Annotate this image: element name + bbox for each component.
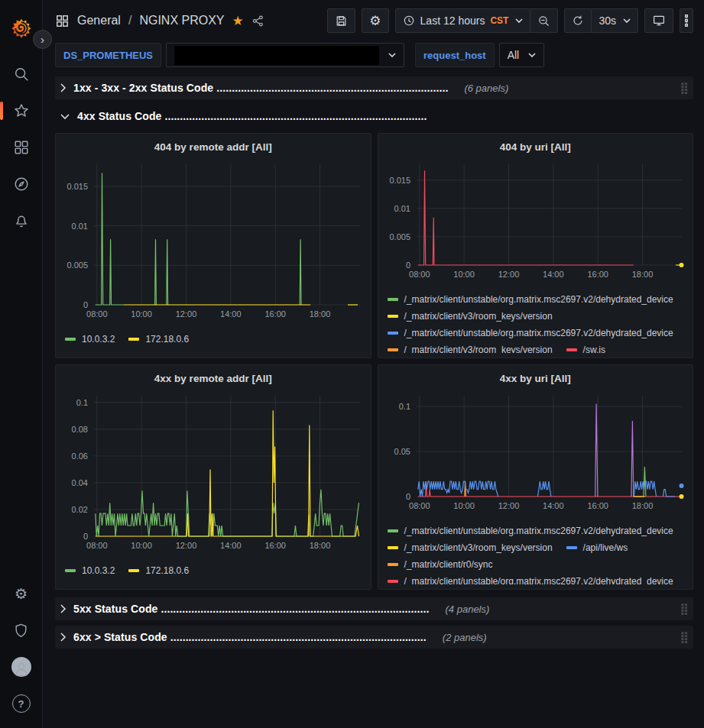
user-avatar[interactable] bbox=[11, 656, 32, 678]
legend-label: 10.0.3.2 bbox=[82, 334, 115, 345]
panel-404-by-uri: 404 by uri [All] 00.0050.010.01508:0010:… bbox=[378, 133, 694, 358]
svg-text:14:00: 14:00 bbox=[220, 541, 242, 550]
legend-item[interactable]: /_matrix/client/v3/room_keys/version bbox=[388, 542, 553, 553]
variable-ds-prometheus: DS_PROMETHEUS bbox=[55, 43, 404, 67]
chevron-down-icon bbox=[388, 53, 396, 57]
dashboard-canvas: 1xx - 3xx - 2xx Status Code ............… bbox=[43, 73, 704, 728]
svg-text:16:00: 16:00 bbox=[587, 270, 608, 279]
variable-label-ds-prometheus[interactable]: DS_PROMETHEUS bbox=[55, 43, 161, 67]
legend-item[interactable]: /api/live/ws bbox=[566, 542, 628, 553]
legend-swatch bbox=[128, 569, 139, 572]
search-icon[interactable] bbox=[11, 63, 32, 85]
variables-submenu: DS_PROMETHEUS request_host All bbox=[43, 38, 704, 73]
time-range-label: Last 12 hours bbox=[420, 15, 485, 27]
svg-text:0.1: 0.1 bbox=[398, 402, 410, 411]
help-icon[interactable]: ? bbox=[11, 693, 32, 714]
panel-4xx-by-remote-addr: 4xx by remote addr [All] 00.020.040.060.… bbox=[55, 364, 371, 590]
share-icon[interactable] bbox=[251, 15, 264, 28]
favorite-star-icon[interactable]: ★ bbox=[232, 13, 244, 28]
legend-item[interactable]: 10.0.3.2 bbox=[65, 334, 115, 345]
server-admin-shield-icon[interactable] bbox=[11, 620, 32, 641]
legend-label: 172.18.0.6 bbox=[145, 334, 189, 345]
refresh-icon bbox=[572, 15, 584, 27]
save-dashboard-button[interactable] bbox=[327, 8, 355, 33]
row-drag-handle[interactable]: ⣿ bbox=[680, 81, 689, 95]
legend-swatch bbox=[388, 580, 398, 583]
svg-text:08:00: 08:00 bbox=[86, 541, 108, 550]
dashboard-settings-button[interactable]: ⚙ bbox=[362, 8, 388, 33]
svg-text:18:00: 18:00 bbox=[310, 541, 331, 550]
legend-item[interactable]: /_matrix/client/v3/room_keys/version bbox=[388, 311, 553, 322]
explore-compass-icon[interactable] bbox=[11, 173, 32, 195]
apps-grid-icon bbox=[55, 14, 70, 28]
timeseries-chart[interactable]: 00.0050.010.01508:0010:0012:0014:0016:00… bbox=[386, 157, 686, 282]
row-header-6xx[interactable]: 6xx > Status Code ......................… bbox=[55, 626, 693, 649]
variable-label-request-host[interactable]: request_host bbox=[415, 43, 495, 67]
svg-text:18:00: 18:00 bbox=[631, 501, 653, 510]
variable-selected-value: All bbox=[508, 49, 520, 61]
legend-item[interactable]: 172.18.0.6 bbox=[128, 334, 189, 345]
time-range-button[interactable]: Last 12 hours CST bbox=[395, 8, 531, 33]
dashboard-title[interactable]: NGINX PROXY bbox=[139, 14, 224, 28]
row-header-5xx[interactable]: 5xx Status Code ........................… bbox=[55, 597, 693, 620]
chevron-right-icon bbox=[60, 83, 67, 93]
variable-value-ds-prometheus[interactable] bbox=[166, 43, 404, 67]
chevron-down-icon bbox=[60, 113, 70, 120]
legend-item[interactable]: /sw.js bbox=[566, 345, 605, 353]
svg-text:14:00: 14:00 bbox=[220, 309, 242, 319]
panel-title[interactable]: 404 by remote addr [All] bbox=[63, 138, 363, 157]
svg-text:08:00: 08:00 bbox=[86, 309, 108, 319]
chevron-down-icon bbox=[528, 53, 536, 57]
legend-item[interactable]: /_matrix/client/unstable/org.matrix.msc2… bbox=[388, 576, 673, 584]
zoom-out-time-button[interactable] bbox=[530, 8, 558, 33]
legend-item[interactable]: /_matrix/client/unstable/org.matrix.msc2… bbox=[388, 328, 673, 338]
grafana-logo[interactable] bbox=[11, 18, 32, 39]
panel-title[interactable]: 4xx by uri [All] bbox=[386, 370, 686, 388]
timeseries-chart[interactable]: 00.050.108:0010:0012:0014:0016:0018:00 bbox=[386, 388, 686, 513]
row-panel-count: (2 panels) bbox=[443, 632, 487, 643]
svg-text:10:00: 10:00 bbox=[453, 501, 475, 510]
breadcrumb: General / NGINX PROXY ★ bbox=[55, 13, 264, 28]
variable-value-request-host[interactable]: All bbox=[499, 43, 545, 67]
refresh-interval-button[interactable]: 30s bbox=[592, 8, 638, 33]
panel-title[interactable]: 4xx by remote addr [All] bbox=[63, 370, 363, 388]
settings-gear-icon[interactable]: ⚙ bbox=[11, 583, 32, 604]
svg-text:0.01: 0.01 bbox=[394, 204, 410, 213]
refresh-button[interactable] bbox=[564, 8, 592, 33]
panel-title[interactable]: 404 by uri [All] bbox=[386, 138, 686, 157]
active-nav-indicator bbox=[0, 102, 3, 120]
chart-legend: /_matrix/client/unstable/org.matrix.msc2… bbox=[386, 291, 686, 353]
legend-item[interactable]: 10.0.3.2 bbox=[65, 565, 115, 576]
row-title: 5xx Status Code ........................… bbox=[73, 603, 430, 615]
svg-text:0.04: 0.04 bbox=[72, 478, 88, 487]
legend-swatch bbox=[388, 332, 398, 335]
svg-text:0.06: 0.06 bbox=[72, 451, 88, 461]
timeseries-chart[interactable]: 00.020.040.060.080.108:0010:0012:0014:00… bbox=[63, 388, 363, 553]
legend-item[interactable]: /_matrix/client/v3/room_keys/version bbox=[388, 345, 553, 353]
row-title: 1xx - 3xx - 2xx Status Code ............… bbox=[73, 82, 448, 94]
row-header-4xx[interactable]: 4xx Status Code ........................… bbox=[55, 105, 693, 128]
dashboards-icon[interactable] bbox=[11, 137, 32, 158]
legend-swatch bbox=[388, 315, 398, 318]
alerting-bell-icon[interactable] bbox=[11, 210, 32, 231]
timezone-label: CST bbox=[490, 15, 508, 26]
legend-swatch bbox=[388, 546, 398, 549]
legend-item[interactable]: /_matrix/client/unstable/org.matrix.msc2… bbox=[388, 526, 673, 536]
row-drag-handle[interactable]: ⣿ bbox=[680, 630, 689, 644]
sidebar-bottom-group: ⚙ ? bbox=[11, 575, 32, 722]
legend-swatch bbox=[566, 546, 577, 549]
expand-sidebar-button[interactable]: › bbox=[33, 30, 52, 49]
legend-item[interactable]: 172.18.0.6 bbox=[128, 565, 189, 576]
starred-dashboards-icon[interactable] bbox=[11, 100, 32, 121]
breadcrumb-section[interactable]: General bbox=[77, 14, 121, 28]
legend-item[interactable]: /_matrix/client/unstable/org.matrix.msc2… bbox=[388, 294, 673, 305]
timeseries-chart[interactable]: 00.0050.010.01508:0010:0012:0014:0016:00… bbox=[63, 157, 363, 322]
row-panel-count: (6 panels) bbox=[464, 83, 508, 94]
more-options-button[interactable] bbox=[680, 8, 693, 33]
legend-item[interactable]: /_matrix/client/r0/sync bbox=[388, 559, 493, 570]
dashboard-topbar: General / NGINX PROXY ★ ⚙ bbox=[43, 0, 704, 38]
tv-mode-button[interactable] bbox=[644, 8, 673, 33]
row-header-1xx-3xx-2xx[interactable]: 1xx - 3xx - 2xx Status Code ............… bbox=[55, 76, 693, 99]
row-drag-handle[interactable]: ⣿ bbox=[680, 602, 689, 616]
svg-text:10:00: 10:00 bbox=[131, 309, 152, 319]
